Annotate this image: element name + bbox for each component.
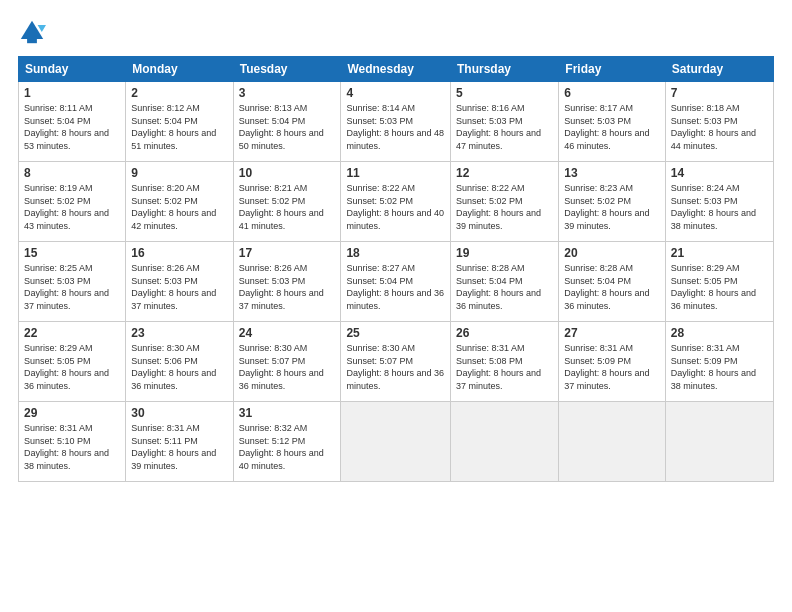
day-cell: 27 Sunrise: 8:31 AMSunset: 5:09 PMDaylig… <box>559 322 666 402</box>
weekday-monday: Monday <box>126 57 233 82</box>
calendar-header: SundayMondayTuesdayWednesdayThursdayFrid… <box>19 57 774 82</box>
weekday-friday: Friday <box>559 57 666 82</box>
week-row-3: 15 Sunrise: 8:25 AMSunset: 5:03 PMDaylig… <box>19 242 774 322</box>
day-info: Sunrise: 8:24 AMSunset: 5:03 PMDaylight:… <box>671 183 756 231</box>
logo <box>18 18 50 46</box>
day-number: 20 <box>564 246 660 260</box>
day-cell <box>451 402 559 482</box>
day-number: 21 <box>671 246 768 260</box>
day-cell: 1 Sunrise: 8:11 AMSunset: 5:04 PMDayligh… <box>19 82 126 162</box>
day-cell: 26 Sunrise: 8:31 AMSunset: 5:08 PMDaylig… <box>451 322 559 402</box>
svg-marker-0 <box>21 21 43 39</box>
day-info: Sunrise: 8:26 AMSunset: 5:03 PMDaylight:… <box>131 263 216 311</box>
header <box>18 18 774 46</box>
day-cell: 17 Sunrise: 8:26 AMSunset: 5:03 PMDaylig… <box>233 242 341 322</box>
day-info: Sunrise: 8:29 AMSunset: 5:05 PMDaylight:… <box>671 263 756 311</box>
logo-icon <box>18 18 46 46</box>
day-cell: 21 Sunrise: 8:29 AMSunset: 5:05 PMDaylig… <box>665 242 773 322</box>
day-number: 9 <box>131 166 227 180</box>
day-number: 4 <box>346 86 445 100</box>
day-cell: 2 Sunrise: 8:12 AMSunset: 5:04 PMDayligh… <box>126 82 233 162</box>
day-info: Sunrise: 8:28 AMSunset: 5:04 PMDaylight:… <box>564 263 649 311</box>
day-cell: 5 Sunrise: 8:16 AMSunset: 5:03 PMDayligh… <box>451 82 559 162</box>
week-row-1: 1 Sunrise: 8:11 AMSunset: 5:04 PMDayligh… <box>19 82 774 162</box>
day-cell: 4 Sunrise: 8:14 AMSunset: 5:03 PMDayligh… <box>341 82 451 162</box>
day-number: 28 <box>671 326 768 340</box>
day-cell: 12 Sunrise: 8:22 AMSunset: 5:02 PMDaylig… <box>451 162 559 242</box>
calendar-body: 1 Sunrise: 8:11 AMSunset: 5:04 PMDayligh… <box>19 82 774 482</box>
day-info: Sunrise: 8:31 AMSunset: 5:09 PMDaylight:… <box>671 343 756 391</box>
day-number: 3 <box>239 86 336 100</box>
day-number: 29 <box>24 406 120 420</box>
day-info: Sunrise: 8:21 AMSunset: 5:02 PMDaylight:… <box>239 183 324 231</box>
weekday-saturday: Saturday <box>665 57 773 82</box>
day-info: Sunrise: 8:30 AMSunset: 5:07 PMDaylight:… <box>346 343 444 391</box>
day-number: 16 <box>131 246 227 260</box>
day-cell: 6 Sunrise: 8:17 AMSunset: 5:03 PMDayligh… <box>559 82 666 162</box>
day-info: Sunrise: 8:12 AMSunset: 5:04 PMDaylight:… <box>131 103 216 151</box>
weekday-thursday: Thursday <box>451 57 559 82</box>
day-info: Sunrise: 8:31 AMSunset: 5:08 PMDaylight:… <box>456 343 541 391</box>
day-info: Sunrise: 8:22 AMSunset: 5:02 PMDaylight:… <box>346 183 444 231</box>
day-number: 7 <box>671 86 768 100</box>
week-row-4: 22 Sunrise: 8:29 AMSunset: 5:05 PMDaylig… <box>19 322 774 402</box>
day-info: Sunrise: 8:31 AMSunset: 5:11 PMDaylight:… <box>131 423 216 471</box>
day-info: Sunrise: 8:26 AMSunset: 5:03 PMDaylight:… <box>239 263 324 311</box>
day-cell <box>559 402 666 482</box>
weekday-wednesday: Wednesday <box>341 57 451 82</box>
day-number: 11 <box>346 166 445 180</box>
day-number: 24 <box>239 326 336 340</box>
day-cell: 8 Sunrise: 8:19 AMSunset: 5:02 PMDayligh… <box>19 162 126 242</box>
weekday-header-row: SundayMondayTuesdayWednesdayThursdayFrid… <box>19 57 774 82</box>
day-info: Sunrise: 8:25 AMSunset: 5:03 PMDaylight:… <box>24 263 109 311</box>
day-number: 26 <box>456 326 553 340</box>
day-number: 10 <box>239 166 336 180</box>
day-info: Sunrise: 8:31 AMSunset: 5:09 PMDaylight:… <box>564 343 649 391</box>
day-cell: 31 Sunrise: 8:32 AMSunset: 5:12 PMDaylig… <box>233 402 341 482</box>
day-cell <box>341 402 451 482</box>
day-number: 8 <box>24 166 120 180</box>
day-info: Sunrise: 8:30 AMSunset: 5:06 PMDaylight:… <box>131 343 216 391</box>
day-cell: 3 Sunrise: 8:13 AMSunset: 5:04 PMDayligh… <box>233 82 341 162</box>
weekday-tuesday: Tuesday <box>233 57 341 82</box>
day-info: Sunrise: 8:11 AMSunset: 5:04 PMDaylight:… <box>24 103 109 151</box>
day-number: 15 <box>24 246 120 260</box>
day-number: 18 <box>346 246 445 260</box>
day-info: Sunrise: 8:18 AMSunset: 5:03 PMDaylight:… <box>671 103 756 151</box>
day-info: Sunrise: 8:32 AMSunset: 5:12 PMDaylight:… <box>239 423 324 471</box>
day-number: 2 <box>131 86 227 100</box>
day-cell: 18 Sunrise: 8:27 AMSunset: 5:04 PMDaylig… <box>341 242 451 322</box>
day-info: Sunrise: 8:23 AMSunset: 5:02 PMDaylight:… <box>564 183 649 231</box>
day-info: Sunrise: 8:14 AMSunset: 5:03 PMDaylight:… <box>346 103 444 151</box>
day-number: 6 <box>564 86 660 100</box>
day-number: 23 <box>131 326 227 340</box>
day-number: 17 <box>239 246 336 260</box>
day-cell: 15 Sunrise: 8:25 AMSunset: 5:03 PMDaylig… <box>19 242 126 322</box>
day-info: Sunrise: 8:29 AMSunset: 5:05 PMDaylight:… <box>24 343 109 391</box>
day-cell: 10 Sunrise: 8:21 AMSunset: 5:02 PMDaylig… <box>233 162 341 242</box>
day-cell: 9 Sunrise: 8:20 AMSunset: 5:02 PMDayligh… <box>126 162 233 242</box>
day-number: 31 <box>239 406 336 420</box>
day-info: Sunrise: 8:13 AMSunset: 5:04 PMDaylight:… <box>239 103 324 151</box>
day-info: Sunrise: 8:28 AMSunset: 5:04 PMDaylight:… <box>456 263 541 311</box>
page: SundayMondayTuesdayWednesdayThursdayFrid… <box>0 0 792 612</box>
day-cell: 13 Sunrise: 8:23 AMSunset: 5:02 PMDaylig… <box>559 162 666 242</box>
day-number: 25 <box>346 326 445 340</box>
day-cell: 16 Sunrise: 8:26 AMSunset: 5:03 PMDaylig… <box>126 242 233 322</box>
week-row-2: 8 Sunrise: 8:19 AMSunset: 5:02 PMDayligh… <box>19 162 774 242</box>
day-cell: 30 Sunrise: 8:31 AMSunset: 5:11 PMDaylig… <box>126 402 233 482</box>
day-info: Sunrise: 8:22 AMSunset: 5:02 PMDaylight:… <box>456 183 541 231</box>
day-info: Sunrise: 8:19 AMSunset: 5:02 PMDaylight:… <box>24 183 109 231</box>
day-info: Sunrise: 8:30 AMSunset: 5:07 PMDaylight:… <box>239 343 324 391</box>
day-number: 13 <box>564 166 660 180</box>
day-number: 22 <box>24 326 120 340</box>
day-cell: 22 Sunrise: 8:29 AMSunset: 5:05 PMDaylig… <box>19 322 126 402</box>
day-cell: 23 Sunrise: 8:30 AMSunset: 5:06 PMDaylig… <box>126 322 233 402</box>
weekday-sunday: Sunday <box>19 57 126 82</box>
day-cell: 25 Sunrise: 8:30 AMSunset: 5:07 PMDaylig… <box>341 322 451 402</box>
day-number: 19 <box>456 246 553 260</box>
day-info: Sunrise: 8:27 AMSunset: 5:04 PMDaylight:… <box>346 263 444 311</box>
day-info: Sunrise: 8:20 AMSunset: 5:02 PMDaylight:… <box>131 183 216 231</box>
day-info: Sunrise: 8:31 AMSunset: 5:10 PMDaylight:… <box>24 423 109 471</box>
day-cell: 29 Sunrise: 8:31 AMSunset: 5:10 PMDaylig… <box>19 402 126 482</box>
